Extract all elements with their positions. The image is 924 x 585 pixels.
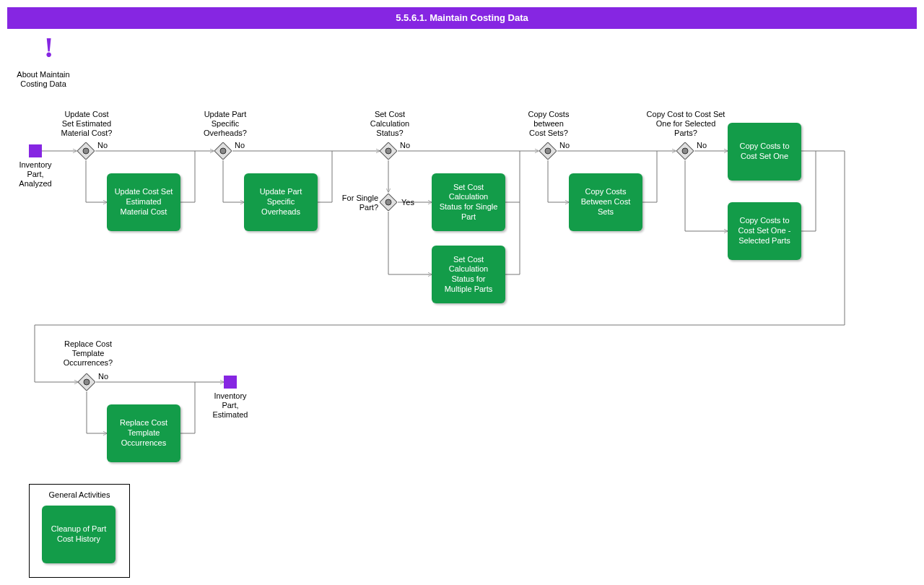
gateway2-question: Update Part Specific Overheads?: [189, 110, 261, 139]
gateway1-no: No: [97, 141, 108, 150]
gateway5[interactable]: [676, 142, 694, 160]
gateway1[interactable]: [77, 142, 95, 160]
start-event-label: Inventory Part, Analyzed: [14, 160, 56, 189]
activity-set-cost-calc-status-multiple[interactable]: Set Cost Calculation Status for Multiple…: [432, 246, 505, 303]
page-title-bar: 5.5.6.1. Maintain Costing Data: [7, 7, 917, 29]
gateway4[interactable]: [539, 142, 557, 160]
activity-replace-cost-template-occurrences[interactable]: Replace Cost Template Occurrences: [107, 404, 180, 462]
gateway6-question: Replace Cost Template Occurrences?: [52, 339, 124, 368]
gateway2-no: No: [235, 141, 245, 150]
gateway3[interactable]: [380, 142, 397, 160]
gateway6-no: No: [98, 372, 108, 381]
gateway4-no: No: [559, 141, 570, 150]
diagram-canvas: 5.5.6.1. Maintain Costing Data ! About M…: [0, 0, 924, 585]
svg-point-9: [545, 148, 551, 154]
svg-point-7: [385, 199, 391, 205]
svg-point-1: [83, 148, 89, 154]
end-event-label: Inventory Part, Estimated: [209, 391, 251, 420]
activity-copy-costs-cost-set-one-selected[interactable]: Copy Costs to Cost Set One - Selected Pa…: [728, 202, 801, 260]
svg-point-5: [385, 148, 391, 154]
svg-point-13: [84, 379, 90, 385]
gateway5-question: Copy Cost to Cost Set One for Selected P…: [635, 110, 736, 139]
page-title: 5.5.6.1. Maintain Costing Data: [396, 12, 528, 23]
about-label[interactable]: About Maintain Costing Data: [12, 70, 75, 89]
activity-cleanup-part-cost-history[interactable]: Cleanup of Part Cost History: [42, 506, 116, 563]
end-event[interactable]: [224, 376, 237, 389]
activity-copy-costs-between-cost-sets[interactable]: Copy Costs Between Cost Sets: [569, 173, 642, 231]
group-title: General Activities: [30, 485, 129, 499]
start-event[interactable]: [29, 144, 42, 157]
gateway6[interactable]: [78, 373, 95, 391]
gateway4-question: Copy Costs between Cost Sets?: [513, 110, 585, 139]
gateway3sub-yes: Yes: [401, 198, 414, 207]
svg-point-3: [220, 148, 226, 154]
activity-set-cost-calc-status-single[interactable]: Set Cost Calculation Status for Single P…: [432, 173, 505, 231]
gateway1-question: Update Cost Set Estimated Material Cost?: [51, 110, 123, 139]
activity-update-cost-set-estimated-material-cost[interactable]: Update Cost Set Estimated Material Cost: [107, 173, 180, 231]
gateway3-question: Set Cost Calculation Status?: [354, 110, 426, 139]
gateway3-no: No: [400, 141, 410, 150]
gateway5-no: No: [697, 141, 707, 150]
activity-copy-costs-cost-set-one[interactable]: Copy Costs to Cost Set One: [728, 123, 801, 181]
gateway3sub-question: For Single Part?: [338, 194, 378, 212]
gateway2[interactable]: [214, 142, 232, 160]
activity-update-part-specific-overheads[interactable]: Update Part Specific Overheads: [244, 173, 318, 231]
gateway3sub[interactable]: [380, 194, 397, 211]
info-icon[interactable]: !: [44, 33, 53, 62]
svg-point-11: [682, 148, 688, 154]
